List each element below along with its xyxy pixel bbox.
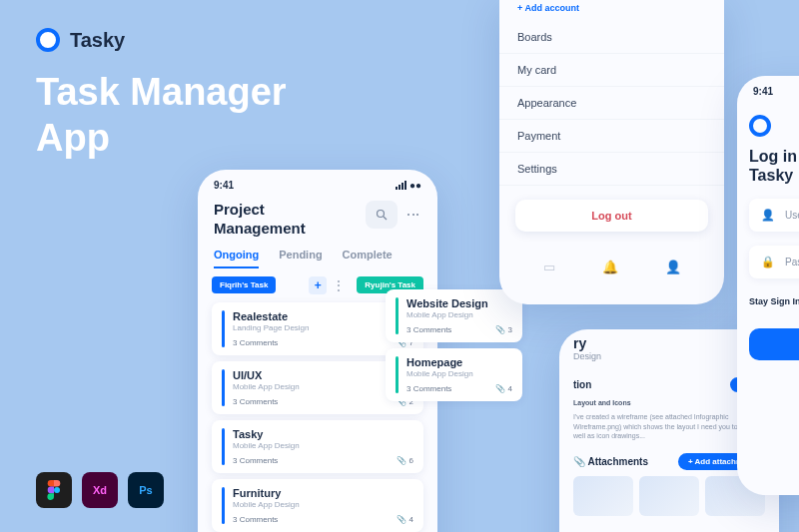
figma-icon: [36, 472, 72, 508]
detail-title: ry: [573, 335, 601, 351]
logo-icon: [749, 115, 771, 137]
menu-phone: + Add account Boards My card Appearance …: [499, 0, 724, 304]
nav-bell-icon[interactable]: 🔔: [602, 260, 618, 274]
nav-board-icon[interactable]: ▭: [543, 260, 555, 274]
task-card[interactable]: HomepageMobile App Design3 Comments📎 4: [386, 348, 522, 401]
section-description: tion: [573, 379, 591, 390]
add-task-button[interactable]: +: [309, 276, 327, 294]
signup-hint: Don't havSig: [749, 390, 799, 408]
login-button[interactable]: L: [749, 328, 799, 360]
chip-more-icon[interactable]: ⋮: [333, 278, 345, 292]
search-button[interactable]: [366, 201, 398, 229]
task-card[interactable]: Website DesignMobile App Design3 Comment…: [386, 289, 522, 342]
svg-point-1: [378, 211, 385, 218]
tab-complete[interactable]: Complete: [343, 249, 393, 268]
login-title: Log in tTasky: [749, 147, 799, 185]
hero-line1: Task Manager: [36, 70, 287, 116]
status-bar: 9:41●●: [737, 76, 799, 103]
owner-chip[interactable]: Fiqrih's Task: [212, 276, 276, 293]
svg-point-0: [54, 487, 60, 493]
stay-signin-label[interactable]: Stay Sign In: [749, 296, 799, 306]
xd-icon: Xd: [82, 472, 118, 508]
menu-item-appearance[interactable]: Appearance: [499, 87, 724, 120]
menu-item-mycard[interactable]: My card: [499, 54, 724, 87]
username-field[interactable]: 👤Username: [749, 199, 799, 232]
more-icon[interactable]: ⋮: [405, 208, 421, 223]
svg-line-2: [384, 217, 387, 220]
status-bar: 9:41 ●●: [198, 170, 437, 197]
brand-name: Tasky: [70, 29, 125, 52]
task-card[interactable]: FurnituryMobile App Design3 Comments📎 4: [212, 479, 423, 532]
logout-button[interactable]: Log out: [515, 200, 708, 232]
brand-logo: Tasky: [36, 28, 125, 52]
bottom-nav: ▭ 🔔 👤: [499, 246, 724, 284]
attachments-label: 📎 Attachments: [573, 456, 648, 467]
task-card[interactable]: TaskyMobile App Design3 Comments📎 6: [212, 420, 423, 473]
password-field[interactable]: 🔒Password: [749, 246, 799, 278]
menu-item-settings[interactable]: Settings: [499, 153, 724, 186]
add-account-link[interactable]: + Add account: [499, 3, 724, 21]
lock-icon: 🔒: [761, 256, 775, 268]
user-icon: 👤: [761, 209, 775, 222]
logo-icon: [36, 28, 60, 52]
ps-icon: Ps: [128, 472, 164, 508]
detail-sub: Design: [573, 351, 601, 361]
status-time: 9:41: [214, 180, 234, 191]
attachment-thumb[interactable]: [573, 476, 633, 516]
hero-line2: App: [36, 116, 287, 162]
hero-title: Task Manager App: [36, 70, 287, 161]
tool-icons: Xd Ps: [36, 472, 164, 508]
menu-item-boards[interactable]: Boards: [499, 21, 724, 54]
status-time: 9:41: [753, 86, 773, 97]
page-title: ProjectManagement: [214, 201, 306, 239]
tab-pending[interactable]: Pending: [279, 249, 322, 268]
menu-item-payment[interactable]: Payment: [499, 120, 724, 153]
status-icons: ●●: [396, 180, 421, 191]
tabs: Ongoing Pending Complete: [198, 249, 437, 276]
login-phone: 9:41●● Log in tTasky 👤Username 🔒Password…: [737, 76, 799, 495]
tab-ongoing[interactable]: Ongoing: [214, 249, 259, 268]
task-column-2: Website DesignMobile App Design3 Comment…: [372, 289, 536, 407]
attachment-thumb[interactable]: [639, 476, 699, 516]
nav-user-icon[interactable]: 👤: [665, 260, 681, 274]
